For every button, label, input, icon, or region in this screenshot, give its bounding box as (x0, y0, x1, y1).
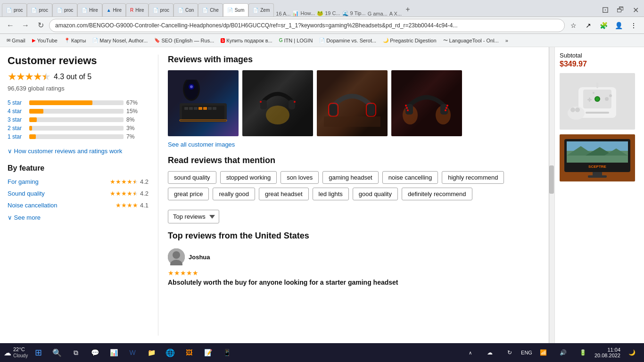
reload-button[interactable]: ↻ (34, 19, 47, 32)
svg-point-17 (260, 101, 262, 103)
tab-2[interactable]: 📄proc (27, 3, 52, 16)
tab-8[interactable]: 📄Con (173, 3, 198, 16)
bookmark-youtube[interactable]: ▶ YouTube (29, 37, 60, 44)
bar-fill-4 (29, 109, 43, 114)
tab-6[interactable]: RHire (126, 3, 149, 16)
sort-container: Top reviews Most recent (168, 210, 549, 223)
review-image-1[interactable] (168, 70, 239, 136)
restore-button[interactable]: 🗗 (614, 3, 627, 16)
tab-5[interactable]: ▲Hire (102, 3, 126, 16)
back-button[interactable]: ← (4, 19, 17, 32)
feature-noise-name[interactable]: Noise cancellation (8, 202, 58, 209)
how-reviews-work-link[interactable]: ∨ How customer reviews and ratings work (8, 148, 149, 155)
feature-noise-stars: ★★★★ (116, 202, 138, 209)
feature-sound-name[interactable]: Sound quality (8, 190, 45, 197)
bookmark-maps[interactable]: 📍Карты (61, 37, 89, 44)
subtotal-price: $349.97 (560, 60, 639, 68)
star-label-3[interactable]: 3 star (8, 116, 26, 123)
tab-ax[interactable]: A X... (389, 11, 402, 16)
tab-10[interactable]: 📄Sum (223, 3, 249, 16)
svg-point-41 (609, 94, 612, 97)
tag-highly-recommend[interactable]: highly recommend (442, 171, 504, 184)
minimize-button[interactable]: ⚀ (599, 3, 612, 16)
new-tab-button[interactable]: + (402, 3, 413, 16)
bookmark-seo[interactable]: 🔖SEO (English — Rus... (151, 37, 217, 44)
review-image-4[interactable] (391, 70, 462, 136)
tab-9tips[interactable]: 🌊 9 Tip... (342, 10, 366, 16)
bookmark-dopamine[interactable]: 📄Dopamine vs. Serot... (316, 37, 379, 44)
bar-container-3[interactable] (29, 117, 124, 122)
bookmark-itn[interactable]: GITN | LOGIN (276, 37, 316, 44)
bar-container-2[interactable] (29, 126, 124, 131)
review-image-3[interactable] (317, 70, 388, 136)
star-label-2[interactable]: 2 star (8, 125, 26, 132)
forward-button[interactable]: → (19, 19, 32, 32)
main-content: Customer reviews ★★★★★★ 4.3 out of 5 96,… (0, 47, 549, 343)
top-reviews-title: Top reviews from the United States (168, 231, 549, 241)
tag-gaming-headset[interactable]: gaming headset (322, 171, 379, 184)
tag-noise-cancelling[interactable]: noise cancelling (382, 171, 438, 184)
bar-fill-3 (29, 117, 37, 122)
star-label-1[interactable]: 1 star (8, 133, 26, 140)
tab-7[interactable]: 📄proc (149, 3, 173, 16)
tag-sound-quality[interactable]: sound quality (168, 171, 216, 184)
tab-4[interactable]: 📄Hire (77, 3, 102, 16)
bookmark-more[interactable]: » (503, 37, 511, 44)
tab-count-16[interactable]: 16 A... (276, 11, 290, 16)
tag-definitely-recommend[interactable]: definitely recommend (402, 188, 472, 200)
feature-gaming-name[interactable]: For gaming (8, 178, 39, 185)
tag-great-price[interactable]: great price (168, 188, 209, 200)
star-label-5[interactable]: 5 star (8, 99, 26, 106)
svg-point-40 (605, 97, 609, 101)
bookmark-star-button[interactable]: ☆ (567, 19, 580, 32)
tag-really-good[interactable]: really good (213, 188, 255, 200)
star-label-4[interactable]: 4 star (8, 108, 26, 115)
tag-stopped-working[interactable]: stopped working (220, 171, 277, 184)
bar-container-5[interactable] (29, 100, 124, 105)
customer-reviews-title: Customer reviews (8, 55, 149, 67)
bar-container-4[interactable] (29, 109, 124, 114)
bookmark-mary[interactable]: 📄Mary Nosel, Author... (90, 37, 150, 44)
cart-product-img-1[interactable] (560, 73, 635, 130)
tab-ama[interactable]: G ama... (368, 11, 388, 16)
menu-button[interactable]: ⋮ (627, 19, 640, 32)
tab-11[interactable]: 📄Zem (248, 3, 274, 16)
see-more-link[interactable]: ∨ See more (8, 214, 41, 221)
tag-led-lights[interactable]: led lights (313, 188, 349, 200)
star-row-4: 4 star 15% (8, 108, 149, 115)
feature-sound: Sound quality ★★★★★★ 4.2 (8, 190, 149, 197)
cart-product-img-2[interactable]: SCEPTRE (560, 134, 635, 181)
tab-how[interactable]: 📊 How... (292, 10, 315, 16)
tag-good-quality[interactable]: good quality (353, 188, 398, 200)
tag-great-headset[interactable]: great headset (259, 188, 309, 200)
review-image-2[interactable] (242, 70, 313, 136)
tab-3[interactable]: 📄proc (52, 3, 77, 16)
close-tab-button[interactable]: ✕ (629, 3, 642, 16)
see-all-customer-images-link[interactable]: See all customer images (168, 141, 549, 148)
svg-point-18 (294, 101, 296, 103)
bookmark-pregastric[interactable]: 🌙Pregastric Digestion (380, 37, 439, 44)
bookmark-gmail[interactable]: ✉Gmail (4, 37, 28, 44)
scrollbar-track[interactable] (549, 47, 554, 343)
svg-point-29 (406, 107, 408, 109)
bar-fill-1 (29, 134, 36, 139)
profile-button[interactable]: 👤 (612, 19, 625, 32)
tab-19[interactable]: 🐸 19 C... (317, 10, 340, 16)
svg-point-48 (570, 107, 575, 112)
extensions-button[interactable]: 🧩 (597, 19, 610, 32)
bookmark-buy[interactable]: bКупить подарок в... (218, 37, 275, 44)
bookmark-languagetool[interactable]: 〜LanguageTool - Onl... (440, 36, 502, 45)
address-bar[interactable] (49, 19, 565, 32)
svg-point-49 (575, 107, 580, 112)
scrollbar-thumb[interactable] (549, 165, 554, 194)
review-stars: ★★★★★ (168, 269, 549, 277)
svg-point-12 (190, 85, 193, 88)
global-ratings: 96,639 global ratings (8, 85, 149, 92)
tab-1[interactable]: 📄proc (2, 3, 27, 16)
share-button[interactable]: ↗ (582, 19, 595, 32)
browser-tabs: 📄proc 📄proc 📄proc 📄Hire ▲Hire RHire 📄pro… (0, 0, 644, 17)
sort-select[interactable]: Top reviews Most recent (168, 210, 219, 223)
tab-9[interactable]: 📄Che (198, 3, 223, 16)
tag-son-loves[interactable]: son loves (281, 171, 319, 184)
bar-container-1[interactable] (29, 134, 124, 139)
